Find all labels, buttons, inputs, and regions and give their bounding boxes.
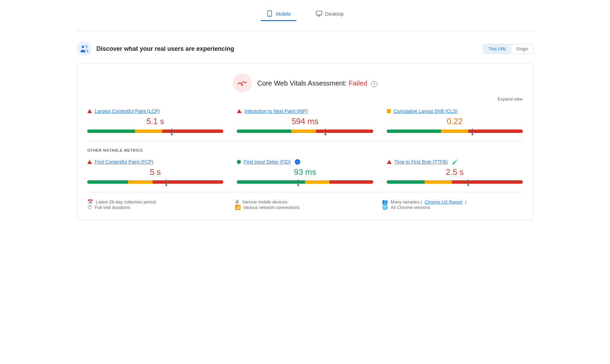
vital-trend-icon (237, 80, 247, 87)
footer-item-2-0: 👥Many samples (Chrome UX Report) (382, 199, 523, 204)
section-divider (87, 141, 523, 141)
tab-mobile-label: Mobile (276, 11, 291, 17)
assessment-title-row: Core Web Vitals Assessment: Failed ? (257, 79, 377, 87)
red-triangle-icon (87, 160, 92, 164)
metric-label-row-lcp: Largest Contentful Paint (LCP) (87, 108, 223, 114)
metric-bar-ttfb (387, 180, 523, 184)
progress-bar-fcp (87, 180, 223, 184)
expand-view-container: Expand view (87, 96, 523, 102)
header-row: Discover what your real users are experi… (77, 41, 533, 56)
footer-item-1-0: 🖥Various mobile devices (235, 199, 376, 204)
progress-bar-ttfb (387, 180, 523, 184)
main-card: Core Web Vitals Assessment: Failed ? Exp… (77, 63, 533, 221)
progress-marker-inp (325, 128, 326, 134)
metric-inp: Interaction to Next Paint (INP) 594 ms (237, 108, 373, 133)
green-segment (387, 180, 425, 184)
green-segment (87, 180, 128, 184)
footer-col-0: 📅Latest 28-day collection period⏱Full vi… (87, 199, 228, 210)
footer-clock-icon: ⏱ (87, 204, 92, 210)
marker-arrow-inp (324, 134, 327, 136)
footer-text-1-1: Various network connections (243, 205, 300, 210)
footer-monitor-icon: 🖥 (235, 199, 240, 204)
metric-name-ttfb[interactable]: Time to First Byte (TTFB) (394, 159, 448, 165)
assessment-header: Core Web Vitals Assessment: Failed ? (87, 74, 523, 93)
progress-bar-fid (237, 180, 373, 184)
orange-segment (135, 130, 162, 133)
info-icon[interactable]: i (295, 159, 300, 165)
origin-button[interactable]: Origin (512, 44, 533, 54)
metric-name-lcp[interactable]: Largest Contentful Paint (LCP) (95, 108, 160, 114)
footer-text-2-0: Many samples ( (391, 199, 422, 204)
metric-bar-fid (237, 180, 373, 184)
metric-fcp: First Contentful Paint (FCP) 5 s (87, 159, 223, 184)
metric-value-fcp: 5 s (87, 167, 223, 177)
red-segment (153, 180, 224, 184)
green-segment (87, 130, 135, 133)
red-segment (316, 130, 373, 133)
help-icon[interactable]: ? (371, 81, 377, 87)
metric-bar-fcp (87, 180, 223, 184)
progress-bar-cls (387, 130, 523, 133)
green-segment (387, 130, 441, 133)
footer-wifi-icon: 📶 (235, 204, 241, 210)
url-toggle: This URL Origin (483, 44, 533, 54)
metric-bar-inp (237, 130, 373, 133)
metric-value-inp: 594 ms (237, 117, 373, 126)
flask-icon: 🧪 (452, 159, 458, 165)
metric-bar-cls (387, 130, 523, 133)
tab-desktop-label: Desktop (325, 11, 344, 17)
expand-view-link[interactable]: Expand view (498, 96, 523, 102)
metric-name-inp[interactable]: Interaction to Next Paint (INP) (244, 108, 308, 114)
red-triangle-icon (87, 109, 92, 113)
marker-arrow-cls (471, 134, 474, 136)
header-avatar (77, 41, 92, 56)
footer-text-0-0: Latest 28-day collection period (96, 199, 156, 204)
metric-value-lcp: 5.1 s (87, 117, 223, 126)
footer-chrome-icon: 🌐 (382, 204, 388, 210)
footer-calendar-icon: 📅 (87, 199, 93, 204)
metric-label-row-fcp: First Contentful Paint (FCP) (87, 159, 223, 165)
metric-name-fcp[interactable]: First Contentful Paint (FCP) (95, 159, 153, 165)
red-triangle-icon (237, 109, 242, 113)
orange-segment (441, 130, 468, 133)
footer-item-1-1: 📶Various network connections (235, 204, 376, 210)
metric-cls: Cumulative Layout Shift (CLS) 0.22 (387, 108, 523, 133)
footer-text-0-1: Full visit durations (95, 205, 130, 210)
footer-item-0-0: 📅Latest 28-day collection period (87, 199, 228, 204)
progress-marker-cls (472, 128, 473, 134)
green-segment (237, 130, 291, 133)
metric-label-row-cls: Cumulative Layout Shift (CLS) (387, 108, 523, 114)
metric-name-cls[interactable]: Cumulative Layout Shift (CLS) (394, 108, 458, 114)
mobile-icon (266, 10, 273, 17)
footer-text-after-2-0: ) (465, 199, 467, 204)
metric-name-fid[interactable]: First Input Delay (FID) (244, 159, 291, 165)
this-url-button[interactable]: This URL (484, 44, 512, 54)
metric-bar-lcp (87, 130, 223, 133)
progress-marker-fid (298, 179, 299, 185)
header-title: Discover what your real users are experi… (96, 45, 234, 52)
marker-arrow-lcp (170, 134, 173, 136)
orange-segment (291, 130, 316, 133)
orange-segment (128, 180, 153, 184)
progress-marker-fcp (166, 179, 167, 185)
green-circle-icon (237, 160, 241, 164)
desktop-icon (316, 10, 322, 17)
red-segment (330, 180, 373, 184)
green-segment (237, 180, 305, 184)
progress-marker-lcp (171, 128, 172, 134)
marker-arrow-fid (297, 185, 300, 186)
assessment-icon (233, 74, 252, 93)
svg-point-5 (82, 46, 84, 48)
marker-arrow-ttfb (467, 185, 470, 186)
assessment-title: Core Web Vitals Assessment: Failed ? (257, 79, 377, 87)
footer-text-1-0: Various mobile devices (242, 199, 288, 204)
metric-value-cls: 0.22 (387, 117, 523, 126)
metric-label-row-ttfb: Time to First Byte (TTFB)🧪 (387, 159, 523, 165)
red-triangle-icon (387, 160, 392, 164)
footer-link-2-0[interactable]: Chrome UX Report (425, 199, 462, 204)
tab-desktop[interactable]: Desktop (310, 7, 349, 20)
tab-mobile[interactable]: Mobile (261, 7, 296, 20)
header-left: Discover what your real users are experi… (77, 41, 234, 56)
metric-label-row-fid: First Input Delay (FID)i (237, 159, 373, 165)
assessment-status: Failed (349, 79, 367, 87)
